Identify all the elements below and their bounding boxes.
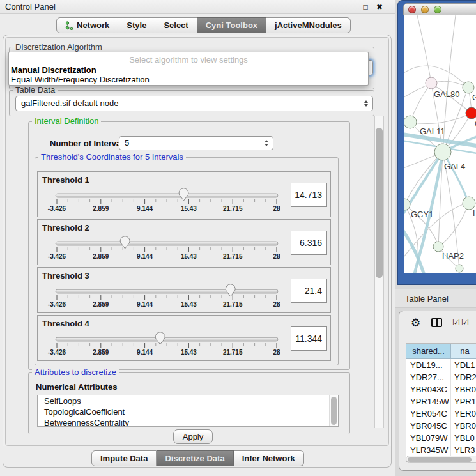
column-header-name[interactable]: na	[451, 344, 476, 359]
network-window-titlebar[interactable]	[403, 3, 476, 15]
threshold-slider[interactable]: -3.4262.8599.14415.4321.71528	[43, 331, 286, 360]
cell-shared-name: YBL079W	[406, 432, 451, 444]
numerical-attributes-label: Numerical Attributes	[36, 382, 117, 392]
network-node-label[interactable]: GAL4	[444, 162, 465, 171]
tab-jactivemnodules[interactable]: jActiveMNodules	[266, 17, 351, 33]
threshold-slider[interactable]: -3.4262.8599.14415.4321.71528	[43, 283, 286, 312]
node-table-header: shared... na	[406, 344, 476, 359]
slider-thumb[interactable]	[179, 188, 188, 201]
tab-select[interactable]: Select	[155, 17, 197, 33]
minimize-traffic-light-icon[interactable]	[421, 6, 429, 13]
threshold-value-field[interactable]: 6.316	[291, 231, 327, 255]
tab-label: jActiveMNodules	[275, 20, 342, 30]
dropdown-option-equal-width[interactable]: Equal Width/Frequency Discretization	[9, 75, 368, 84]
control-panel-tab-bar: NetworkStyleSelectCyni ToolboxjActiveMNo…	[56, 17, 351, 33]
svg-text:9.144: 9.144	[137, 349, 153, 356]
split-columns-icon[interactable]	[431, 318, 442, 327]
tab-impute-data[interactable]: Impute Data	[91, 450, 157, 466]
close-traffic-light-icon[interactable]	[408, 6, 416, 13]
numerical-attributes-list[interactable]: SelfLoopsTopologicalCoefficientBetweenne…	[37, 395, 339, 427]
svg-text:-3.426: -3.426	[48, 301, 66, 308]
tab-network[interactable]: Network	[56, 17, 118, 33]
list-scrollbar[interactable]	[329, 395, 337, 426]
tab-infer-network[interactable]: Infer Network	[234, 450, 304, 466]
network-edge[interactable]	[438, 203, 469, 247]
slider-thumb[interactable]	[155, 332, 165, 344]
panel-scrollbar-thumb[interactable]	[376, 128, 383, 278]
network-node-label[interactable]: GA	[472, 93, 476, 102]
attributes-group-label: Attributes to discretize	[32, 368, 119, 377]
column-header-shared-name[interactable]: shared...	[406, 344, 451, 359]
dropdown-placeholder-item[interactable]: Select algorithm to view settings	[9, 54, 368, 65]
threshold-value-field[interactable]: 14.713	[291, 183, 327, 207]
table-horizontal-scrollbar[interactable]	[406, 456, 476, 463]
table-row[interactable]: YPR145WYPR1	[406, 395, 476, 408]
tab-discretize-data[interactable]: Discretize Data	[157, 450, 233, 466]
network-node[interactable]	[456, 265, 463, 272]
network-canvas[interactable]: GAL80GACGAL11GAL4GCY1HHAP2	[404, 15, 476, 273]
table-data-combobox[interactable]: galFiltered.sif default node	[15, 96, 373, 111]
dropdown-option-manual-discretization[interactable]: Manual Discretization	[9, 65, 368, 75]
table-row[interactable]: YBR043CYBR0	[406, 383, 476, 395]
table-row[interactable]: YBR045CYBR0	[406, 420, 476, 432]
network-node[interactable]	[433, 242, 443, 252]
cell-shared-name: YPR145W	[406, 395, 451, 408]
network-edge[interactable]	[417, 15, 431, 83]
slider-thumb[interactable]	[226, 284, 235, 296]
panel-scrollbar[interactable]	[374, 116, 384, 428]
network-node[interactable]	[463, 82, 474, 93]
gear-icon[interactable]: ⚙	[411, 316, 420, 330]
network-view-window: GAL80GACGAL11GAL4GCY1HHAP2	[397, 0, 476, 285]
table-row[interactable]: YER054CYER0	[406, 408, 476, 420]
threshold-label: Threshold 4	[42, 319, 89, 328]
node-table[interactable]: shared... na YDL19...YDL1YDR27...YDR2YBR…	[406, 343, 476, 462]
checkbox-icon[interactable]: ☑	[452, 318, 460, 327]
network-node[interactable]	[426, 77, 437, 89]
cell-shared-name: YDL19...	[406, 359, 451, 371]
attribute-item[interactable]: BetweennessCentrality	[38, 417, 338, 427]
table-row[interactable]: YBL079WYBL0	[406, 432, 476, 444]
attribute-item[interactable]: TopologicalCoefficient	[38, 406, 338, 417]
slider-thumb[interactable]	[120, 236, 130, 249]
thresholds-group-label: Threshold's Coordinates for 5 Intervals	[38, 153, 186, 162]
checkbox-icon[interactable]: ☑	[461, 318, 469, 327]
tab-label: Style	[127, 20, 146, 30]
svg-text:-3.426: -3.426	[48, 205, 66, 212]
network-node[interactable]	[434, 144, 451, 160]
svg-text:15.43: 15.43	[181, 253, 197, 260]
tab-cyni-toolbox[interactable]: Cyni Toolbox	[197, 17, 266, 33]
list-scrollbar-thumb[interactable]	[331, 397, 337, 425]
network-node[interactable]	[404, 116, 417, 128]
threshold-panel-3: Threshold 321.4-3.4262.8599.14415.4321.7…	[37, 267, 331, 313]
network-graph: GAL80GACGAL11GAL4GCY1HHAP2	[404, 15, 476, 273]
threshold-panel-1: Threshold 114.713-3.4262.8599.14415.4321…	[37, 171, 331, 217]
cell-name: YDL1	[451, 359, 476, 371]
zoom-traffic-light-icon[interactable]	[434, 6, 441, 13]
network-node-label[interactable]: GAL11	[420, 127, 445, 136]
network-node-label[interactable]: GCY1	[411, 210, 433, 219]
float-window-icon[interactable]: □	[360, 2, 371, 12]
threshold-slider[interactable]: -3.4262.8599.14415.4321.71528	[43, 187, 286, 217]
table-row[interactable]: YDL19...YDL1	[406, 359, 476, 371]
number-of-intervals-value: 5	[125, 138, 129, 148]
network-node-label[interactable]: GAL80	[434, 89, 459, 99]
tab-style[interactable]: Style	[118, 17, 155, 33]
close-window-icon[interactable]: ✖	[374, 2, 385, 12]
network-edge[interactable]	[410, 113, 472, 124]
network-node-label[interactable]: H	[473, 208, 476, 218]
threshold-value-field[interactable]: 11.344	[291, 326, 327, 351]
network-node[interactable]	[466, 107, 476, 119]
svg-text:2.859: 2.859	[93, 253, 109, 260]
threshold-value-field[interactable]: 21.4	[291, 279, 327, 303]
network-node[interactable]	[463, 197, 475, 210]
network-node-label[interactable]: HAP2	[442, 251, 464, 261]
table-row[interactable]: YLR345WYLR3	[406, 444, 476, 456]
divider	[10, 427, 373, 428]
table-hscrollbar-thumb[interactable]	[408, 457, 472, 462]
number-of-intervals-spinner[interactable]: 5	[119, 136, 273, 150]
table-row[interactable]: YDR27...YDR2	[406, 371, 476, 383]
threshold-slider[interactable]: -3.4262.8599.14415.4321.71528	[43, 235, 286, 265]
right-panel: GAL80GACGAL11GAL4GCY1HHAP2 Table Panel ⚙…	[395, 0, 476, 476]
apply-button[interactable]: Apply	[173, 429, 213, 444]
attribute-item[interactable]: SelfLoops	[38, 395, 338, 406]
